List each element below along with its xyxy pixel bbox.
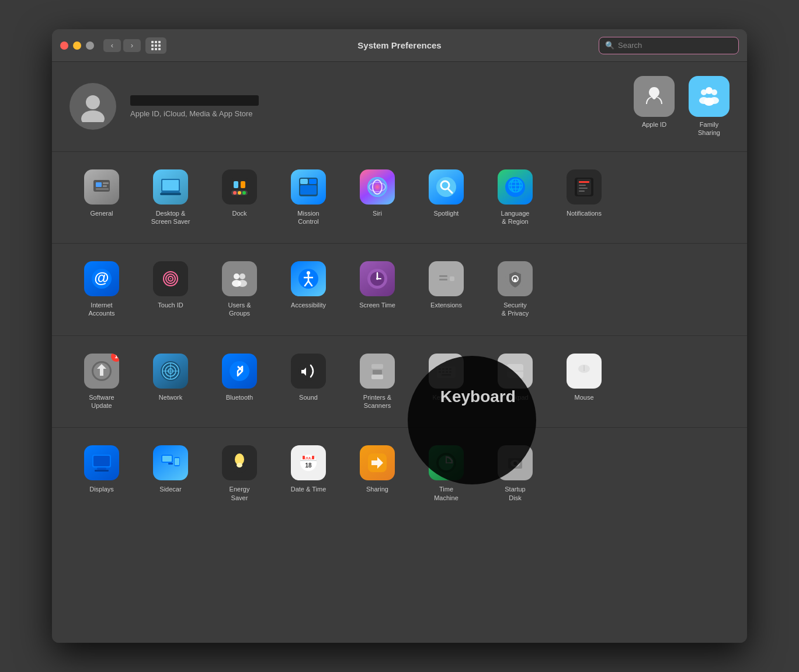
datetime-icon: 18 JUL (291, 445, 326, 480)
pref-item-displays[interactable]: Displays (70, 439, 134, 508)
pref-item-mouse[interactable]: Mouse (552, 348, 616, 416)
trackpad-icon (498, 354, 533, 389)
svg-rect-1 (155, 41, 157, 43)
internet-label: InternetAccounts (88, 301, 114, 318)
printers-icon (360, 354, 395, 389)
family-sharing-item[interactable]: FamilySharing (689, 76, 729, 137)
close-button[interactable] (60, 41, 68, 50)
svg-rect-76 (439, 275, 447, 277)
svg-rect-77 (439, 279, 447, 280)
accessibility-icon (291, 261, 326, 296)
svg-rect-3 (151, 44, 154, 47)
trackpad-label: Trackpad (502, 393, 528, 401)
svg-rect-6 (151, 48, 154, 50)
pref-item-network[interactable]: Network (138, 348, 203, 416)
svg-rect-94 (373, 370, 382, 375)
screentime-icon (360, 261, 395, 296)
svg-point-59 (234, 273, 239, 279)
svg-rect-21 (96, 188, 109, 190)
apple-id-item[interactable]: Apple ID (634, 76, 675, 137)
svg-point-29 (238, 191, 241, 195)
svg-rect-50 (579, 190, 585, 192)
sharing-label: Sharing (366, 485, 388, 493)
general-icon (84, 169, 119, 205)
pref-item-users[interactable]: Users &Groups (207, 255, 272, 324)
pref-item-timemachine[interactable]: TimeMachine (414, 439, 478, 508)
pref-item-security[interactable]: Security& Privacy (483, 255, 547, 324)
pref-item-mission[interactable]: MissionControl (276, 164, 341, 232)
svg-rect-19 (103, 182, 109, 184)
pref-item-sound[interactable]: Sound (276, 348, 341, 416)
svg-point-57 (170, 278, 171, 279)
pref-item-keyboard[interactable]: Keyboard Keyboard (414, 348, 478, 416)
forward-button[interactable]: › (123, 39, 141, 52)
pref-item-energy[interactable]: EnergySaver (207, 439, 272, 508)
svg-rect-23 (162, 180, 179, 190)
touchid-label: Touch ID (158, 301, 183, 309)
accessibility-label: Accessibility (291, 301, 326, 309)
pref-item-notifications[interactable]: Notifications (552, 164, 616, 232)
svg-point-30 (242, 191, 246, 195)
pref-item-language[interactable]: 🌐 Language& Region (483, 164, 547, 232)
svg-point-10 (81, 110, 105, 122)
svg-point-121 (237, 463, 242, 467)
svg-rect-92 (371, 364, 383, 369)
pref-item-printers[interactable]: Printers &Scanners (345, 348, 409, 416)
pref-item-sharing[interactable]: Sharing (345, 439, 409, 508)
svg-point-40 (436, 177, 456, 197)
svg-point-62 (238, 280, 247, 287)
general-label: General (90, 209, 113, 217)
avatar[interactable] (70, 83, 116, 130)
pref-item-internet[interactable]: @ InternetAccounts (70, 255, 134, 324)
pref-item-sidecar[interactable]: Sidecar (138, 439, 203, 508)
datetime-label: Date & Time (291, 485, 326, 493)
back-button[interactable]: ‹ (103, 39, 121, 52)
search-box[interactable]: 🔍 Search (599, 37, 739, 54)
grid-button[interactable] (145, 37, 166, 54)
traffic-lights (60, 41, 94, 50)
pref-item-dock[interactable]: Dock (207, 164, 272, 232)
pref-item-siri[interactable]: Siri (345, 164, 409, 232)
svg-rect-49 (579, 188, 588, 189)
pref-item-trackpad[interactable]: Trackpad (483, 348, 547, 416)
keyboard-icon (429, 354, 464, 389)
sound-icon (291, 354, 326, 389)
sidecar-label: Sidecar (159, 485, 181, 493)
pref-item-datetime[interactable]: 18 JUL Date & Time (276, 439, 341, 508)
svg-text:JUL: JUL (305, 456, 312, 460)
pref-item-general[interactable]: General (70, 164, 134, 232)
timemachine-icon (429, 445, 464, 480)
pref-item-accessibility[interactable]: Accessibility (276, 255, 341, 324)
pref-item-bluetooth[interactable]: Bluetooth (207, 348, 272, 416)
apple-id-label: Apple ID (642, 120, 666, 129)
pref-grid-row3: 1 SoftwareUpdate (70, 348, 729, 416)
svg-rect-2 (158, 41, 161, 43)
svg-text:18: 18 (305, 462, 312, 469)
pref-section-row3: 1 SoftwareUpdate (52, 336, 747, 428)
minimize-button[interactable] (73, 41, 81, 50)
pref-item-spotlight[interactable]: Spotlight (414, 164, 478, 232)
svg-point-64 (307, 271, 310, 275)
pref-section-row1: General Desktop &Screen Saver (52, 152, 747, 244)
security-icon (498, 261, 533, 296)
svg-point-16 (710, 97, 719, 104)
svg-point-73 (376, 278, 378, 280)
pref-item-software[interactable]: 1 SoftwareUpdate (70, 348, 134, 416)
svg-point-28 (233, 191, 237, 195)
pref-item-startup[interactable]: StartupDisk (483, 439, 547, 508)
svg-rect-98 (446, 368, 448, 370)
network-icon (153, 354, 188, 389)
maximize-button[interactable] (86, 41, 94, 50)
profile-subtitle: Apple ID, iCloud, Media & App Store (130, 109, 620, 118)
users-label: Users &Groups (228, 301, 251, 318)
pref-item-desktop[interactable]: Desktop &Screen Saver (138, 164, 203, 232)
software-icon: 1 (84, 354, 119, 389)
pref-item-touchid[interactable]: Touch ID (138, 255, 203, 324)
svg-rect-25 (160, 193, 181, 195)
pref-item-extensions[interactable]: Extensions (414, 255, 478, 324)
svg-rect-104 (442, 374, 451, 376)
startup-label: StartupDisk (505, 485, 525, 502)
timemachine-label: TimeMachine (434, 485, 458, 502)
pref-item-screentime[interactable]: Screen Time (345, 255, 409, 324)
pref-grid-row2: @ InternetAccounts (70, 255, 729, 324)
